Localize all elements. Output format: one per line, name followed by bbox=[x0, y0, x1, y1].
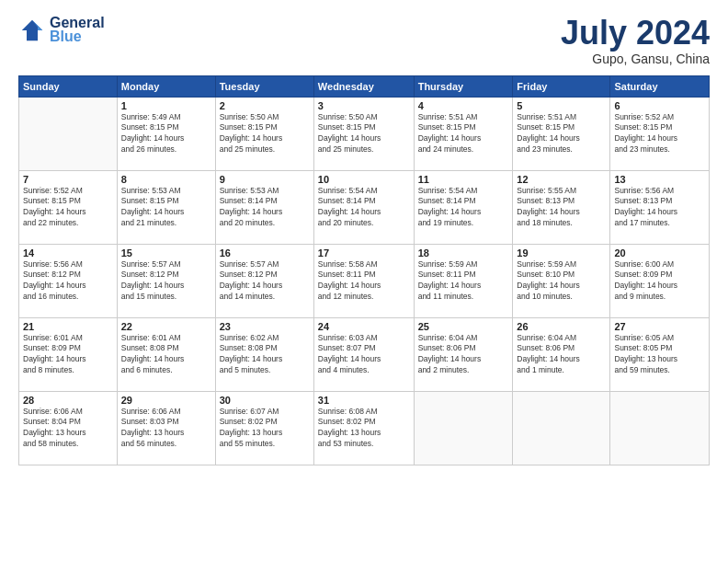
header-sunday: Sunday bbox=[19, 75, 118, 97]
day-number: 2 bbox=[220, 100, 310, 111]
calendar-cell: 3Sunrise: 5:50 AM Sunset: 8:15 PM Daylig… bbox=[313, 97, 414, 170]
day-info: Sunrise: 5:57 AM Sunset: 8:12 PM Dayligh… bbox=[220, 259, 310, 304]
day-info: Sunrise: 6:00 AM Sunset: 8:09 PM Dayligh… bbox=[614, 259, 705, 304]
day-number: 20 bbox=[614, 247, 705, 259]
month-title: July 2024 bbox=[561, 15, 710, 52]
day-info: Sunrise: 5:56 AM Sunset: 8:13 PM Dayligh… bbox=[614, 186, 705, 230]
header-monday: Monday bbox=[117, 75, 215, 97]
calendar-cell bbox=[19, 97, 118, 170]
day-info: Sunrise: 6:06 AM Sunset: 8:03 PM Dayligh… bbox=[121, 407, 211, 451]
day-number: 22 bbox=[121, 321, 211, 332]
day-number: 11 bbox=[418, 174, 509, 185]
calendar-cell bbox=[513, 391, 610, 465]
day-info: Sunrise: 6:03 AM Sunset: 8:07 PM Dayligh… bbox=[318, 333, 410, 377]
calendar-week-3: 14Sunrise: 5:56 AM Sunset: 8:12 PM Dayli… bbox=[19, 244, 710, 317]
calendar-cell: 26Sunrise: 6:04 AM Sunset: 8:06 PM Dayli… bbox=[513, 317, 610, 391]
day-info: Sunrise: 6:01 AM Sunset: 8:08 PM Dayligh… bbox=[121, 333, 211, 377]
day-number: 12 bbox=[517, 174, 606, 185]
day-info: Sunrise: 6:01 AM Sunset: 8:09 PM Dayligh… bbox=[23, 333, 113, 377]
day-info: Sunrise: 6:02 AM Sunset: 8:08 PM Dayligh… bbox=[220, 333, 310, 377]
day-info: Sunrise: 5:59 AM Sunset: 8:11 PM Dayligh… bbox=[418, 259, 509, 304]
calendar-cell: 14Sunrise: 5:56 AM Sunset: 8:12 PM Dayli… bbox=[19, 244, 118, 317]
day-info: Sunrise: 6:05 AM Sunset: 8:05 PM Dayligh… bbox=[614, 333, 705, 377]
calendar: Sunday Monday Tuesday Wednesday Thursday… bbox=[18, 75, 710, 465]
day-number: 7 bbox=[23, 174, 113, 185]
day-number: 8 bbox=[121, 174, 211, 185]
calendar-cell: 31Sunrise: 6:08 AM Sunset: 8:02 PM Dayli… bbox=[313, 391, 414, 465]
calendar-cell: 4Sunrise: 5:51 AM Sunset: 8:15 PM Daylig… bbox=[414, 97, 513, 170]
day-number: 31 bbox=[318, 395, 410, 406]
calendar-cell: 9Sunrise: 5:53 AM Sunset: 8:14 PM Daylig… bbox=[215, 170, 313, 244]
day-number: 23 bbox=[220, 321, 310, 332]
calendar-cell: 29Sunrise: 6:06 AM Sunset: 8:03 PM Dayli… bbox=[117, 391, 215, 465]
day-info: Sunrise: 5:54 AM Sunset: 8:14 PM Dayligh… bbox=[318, 186, 410, 230]
page: General Blue July 2024 Gupo, Gansu, Chin… bbox=[0, 0, 728, 563]
calendar-cell: 21Sunrise: 6:01 AM Sunset: 8:09 PM Dayli… bbox=[19, 317, 118, 391]
logo: General Blue bbox=[18, 15, 105, 45]
calendar-week-5: 28Sunrise: 6:06 AM Sunset: 8:04 PM Dayli… bbox=[19, 391, 710, 465]
day-number: 25 bbox=[418, 321, 509, 332]
day-number: 9 bbox=[220, 174, 310, 185]
day-info: Sunrise: 5:55 AM Sunset: 8:13 PM Dayligh… bbox=[517, 186, 606, 230]
day-number: 6 bbox=[614, 100, 705, 111]
day-info: Sunrise: 5:51 AM Sunset: 8:15 PM Dayligh… bbox=[517, 112, 606, 156]
calendar-week-4: 21Sunrise: 6:01 AM Sunset: 8:09 PM Dayli… bbox=[19, 317, 710, 391]
calendar-cell: 2Sunrise: 5:50 AM Sunset: 8:15 PM Daylig… bbox=[215, 97, 313, 170]
day-number: 30 bbox=[220, 395, 310, 406]
header-thursday: Thursday bbox=[414, 75, 513, 97]
header-saturday: Saturday bbox=[610, 75, 710, 97]
day-number: 16 bbox=[220, 247, 310, 259]
header: General Blue July 2024 Gupo, Gansu, Chin… bbox=[18, 15, 710, 66]
calendar-cell: 27Sunrise: 6:05 AM Sunset: 8:05 PM Dayli… bbox=[610, 317, 710, 391]
day-number: 17 bbox=[318, 247, 410, 259]
calendar-cell: 16Sunrise: 5:57 AM Sunset: 8:12 PM Dayli… bbox=[215, 244, 313, 317]
day-info: Sunrise: 5:53 AM Sunset: 8:14 PM Dayligh… bbox=[220, 186, 310, 230]
calendar-week-1: 1Sunrise: 5:49 AM Sunset: 8:15 PM Daylig… bbox=[19, 97, 710, 170]
day-number: 13 bbox=[614, 174, 705, 185]
day-number: 3 bbox=[318, 100, 410, 111]
day-number: 19 bbox=[517, 247, 606, 259]
calendar-cell: 15Sunrise: 5:57 AM Sunset: 8:12 PM Dayli… bbox=[117, 244, 215, 317]
calendar-cell: 19Sunrise: 5:59 AM Sunset: 8:10 PM Dayli… bbox=[513, 244, 610, 317]
day-info: Sunrise: 6:06 AM Sunset: 8:04 PM Dayligh… bbox=[23, 407, 113, 451]
calendar-cell: 17Sunrise: 5:58 AM Sunset: 8:11 PM Dayli… bbox=[313, 244, 414, 317]
day-number: 14 bbox=[23, 247, 113, 259]
day-info: Sunrise: 6:08 AM Sunset: 8:02 PM Dayligh… bbox=[318, 407, 410, 451]
day-number: 26 bbox=[517, 321, 606, 332]
calendar-cell: 28Sunrise: 6:06 AM Sunset: 8:04 PM Dayli… bbox=[19, 391, 118, 465]
calendar-week-2: 7Sunrise: 5:52 AM Sunset: 8:15 PM Daylig… bbox=[19, 170, 710, 244]
day-number: 1 bbox=[121, 100, 211, 111]
day-info: Sunrise: 5:58 AM Sunset: 8:11 PM Dayligh… bbox=[318, 259, 410, 304]
calendar-cell: 13Sunrise: 5:56 AM Sunset: 8:13 PM Dayli… bbox=[610, 170, 710, 244]
day-info: Sunrise: 5:54 AM Sunset: 8:14 PM Dayligh… bbox=[418, 186, 509, 230]
day-number: 21 bbox=[23, 321, 113, 332]
day-info: Sunrise: 5:51 AM Sunset: 8:15 PM Dayligh… bbox=[418, 112, 509, 156]
calendar-cell: 7Sunrise: 5:52 AM Sunset: 8:15 PM Daylig… bbox=[19, 170, 118, 244]
day-info: Sunrise: 5:50 AM Sunset: 8:15 PM Dayligh… bbox=[318, 112, 410, 156]
day-info: Sunrise: 5:52 AM Sunset: 8:15 PM Dayligh… bbox=[23, 186, 113, 230]
calendar-cell: 22Sunrise: 6:01 AM Sunset: 8:08 PM Dayli… bbox=[117, 317, 215, 391]
day-info: Sunrise: 5:52 AM Sunset: 8:15 PM Dayligh… bbox=[614, 112, 705, 156]
calendar-cell: 18Sunrise: 5:59 AM Sunset: 8:11 PM Dayli… bbox=[414, 244, 513, 317]
header-friday: Friday bbox=[513, 75, 610, 97]
calendar-cell: 5Sunrise: 5:51 AM Sunset: 8:15 PM Daylig… bbox=[513, 97, 610, 170]
day-number: 28 bbox=[23, 395, 113, 406]
day-number: 10 bbox=[318, 174, 410, 185]
logo-icon bbox=[18, 17, 46, 44]
day-info: Sunrise: 5:53 AM Sunset: 8:15 PM Dayligh… bbox=[121, 186, 211, 230]
day-info: Sunrise: 5:49 AM Sunset: 8:15 PM Dayligh… bbox=[121, 112, 211, 156]
title-block: July 2024 Gupo, Gansu, China bbox=[561, 15, 710, 66]
calendar-cell: 1Sunrise: 5:49 AM Sunset: 8:15 PM Daylig… bbox=[117, 97, 215, 170]
logo-text: General Blue bbox=[50, 15, 105, 45]
header-tuesday: Tuesday bbox=[215, 75, 313, 97]
day-info: Sunrise: 5:56 AM Sunset: 8:12 PM Dayligh… bbox=[23, 259, 113, 304]
calendar-cell: 12Sunrise: 5:55 AM Sunset: 8:13 PM Dayli… bbox=[513, 170, 610, 244]
day-number: 4 bbox=[418, 100, 509, 111]
day-info: Sunrise: 5:57 AM Sunset: 8:12 PM Dayligh… bbox=[121, 259, 211, 304]
calendar-cell: 23Sunrise: 6:02 AM Sunset: 8:08 PM Dayli… bbox=[215, 317, 313, 391]
day-info: Sunrise: 5:59 AM Sunset: 8:10 PM Dayligh… bbox=[517, 259, 606, 304]
calendar-cell bbox=[414, 391, 513, 465]
calendar-cell: 6Sunrise: 5:52 AM Sunset: 8:15 PM Daylig… bbox=[610, 97, 710, 170]
day-info: Sunrise: 6:04 AM Sunset: 8:06 PM Dayligh… bbox=[418, 333, 509, 377]
day-number: 15 bbox=[121, 247, 211, 259]
